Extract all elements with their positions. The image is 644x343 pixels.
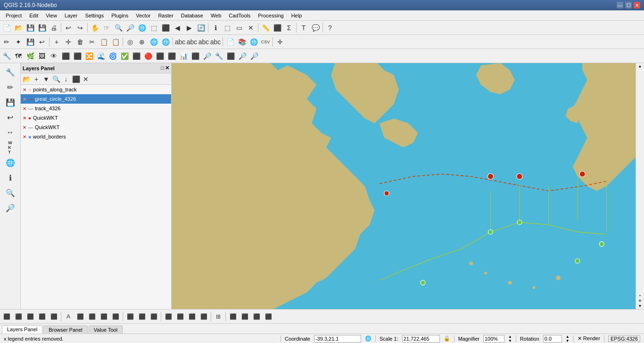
tb-plugin13[interactable]: 🔴 [142, 50, 154, 62]
tb-composer[interactable]: 📄 [224, 36, 236, 48]
dig-btn1[interactable]: ⬛ [1, 311, 12, 322]
tb-zoom-next[interactable]: ▶ [183, 22, 195, 33]
map-canvas[interactable] [172, 63, 636, 309]
left-zoom2[interactable]: 🔎 [3, 201, 17, 215]
tb-deselect[interactable]: ✕ [245, 22, 256, 33]
tb-redo[interactable]: ↪ [74, 22, 86, 33]
menu-processing[interactable]: Processing [254, 12, 287, 19]
tb-atlas[interactable]: 📚 [236, 36, 248, 48]
tb-select-rect[interactable]: ▭ [233, 22, 245, 33]
tb-crosshair[interactable]: ✛ [274, 36, 286, 48]
menu-cadtools[interactable]: CadTools [225, 12, 254, 19]
dig-btn17[interactable]: ⬛ [198, 311, 209, 322]
tb-label4[interactable]: abc [210, 36, 221, 48]
left-undo[interactable]: ↩ [3, 110, 17, 124]
tb-plugin10[interactable]: 🌀 [107, 50, 118, 62]
menu-help[interactable]: Help [288, 12, 306, 19]
tb-add-part[interactable]: ⊕ [136, 36, 148, 48]
layer-item-quickwkt-point[interactable]: ✕ ● QuickWKT [21, 113, 171, 122]
tb-help[interactable]: ? [324, 22, 336, 33]
tb-annotation[interactable]: 💬 [310, 22, 321, 33]
menu-plugins[interactable]: Plugins [107, 12, 132, 19]
tb-measure-area[interactable]: ⬛ [272, 22, 283, 33]
tb-cut[interactable]: ✂ [86, 36, 98, 48]
dig-btn3[interactable]: ⬛ [25, 311, 36, 322]
tb-copy[interactable]: 📋 [98, 36, 109, 48]
tb-add-ring[interactable]: ◎ [124, 36, 136, 48]
statusbar-rotation-up[interactable]: ▲▼ [566, 335, 570, 343]
layer-item-points-along-track[interactable]: ✕ ○ points_along_track [21, 85, 171, 94]
tb-label3[interactable]: abc [198, 36, 209, 48]
dig-btn6[interactable]: A [63, 311, 74, 322]
left-plugin1[interactable]: 🔧 [3, 65, 17, 79]
menu-raster[interactable]: Raster [154, 12, 177, 19]
layers-open-file[interactable]: 📂 [22, 74, 31, 84]
layers-panel-close[interactable]: ✕ [165, 65, 169, 71]
tb-text[interactable]: T [298, 22, 309, 33]
layer-checkbox-2[interactable]: ✕ [23, 106, 26, 111]
statusbar-coord-icon[interactable]: 🌐 [365, 335, 372, 342]
layer-item-track[interactable]: ✕ — track_4326 [21, 104, 171, 113]
dig-btn13[interactable]: ⬛ [148, 311, 159, 322]
menu-settings[interactable]: Settings [81, 12, 107, 19]
tb-globe2[interactable]: 🌐 [160, 36, 171, 48]
tb-label2[interactable]: abc [186, 36, 198, 48]
tb-zoom-out[interactable]: 🔎 [124, 22, 136, 33]
tb-saveas[interactable]: 💾 [36, 22, 48, 33]
tb-delete-sel[interactable]: 🗑 [74, 36, 86, 48]
tb-plugin2[interactable]: 🗺 [13, 50, 24, 62]
tb-plugin12[interactable]: ⬛ [131, 50, 142, 62]
menu-project[interactable]: Project [2, 12, 25, 19]
layers-group[interactable]: ⬛ [71, 74, 81, 84]
right-icon-2[interactable]: + [639, 294, 641, 298]
layers-arrow-down[interactable]: ↓ [61, 74, 71, 84]
tb-plugin8[interactable]: 🔀 [83, 50, 95, 62]
tb-plugin20[interactable]: ⬛ [225, 50, 236, 62]
tb-plugin22[interactable]: 🔎 [248, 50, 260, 62]
tb-node-tool[interactable]: ✦ [13, 36, 24, 48]
tb-plugin5[interactable]: 👁 [48, 50, 59, 62]
tab-value-tool[interactable]: Value Tool [89, 326, 123, 334]
dig-btn4[interactable]: ⬛ [36, 311, 48, 322]
tb-plugin17[interactable]: ⬛ [190, 50, 201, 62]
layers-panel-maximize[interactable]: □ [161, 65, 164, 71]
dig-terminal[interactable]: ⊞ [213, 311, 224, 322]
tb-measure[interactable]: 📏 [260, 22, 271, 33]
minimize-button[interactable]: — [617, 2, 623, 8]
tb-zoom-in[interactable]: 🔍 [113, 22, 124, 33]
tb-plugin18[interactable]: 🔎 [201, 50, 213, 62]
layers-filter2[interactable]: 🔍 [51, 74, 61, 84]
tb-plugin6[interactable]: ⬛ [60, 50, 71, 62]
dig-btn15[interactable]: ⬛ [174, 311, 186, 322]
layer-checkbox-0[interactable]: ✕ [23, 87, 26, 92]
tb-zoom-prev[interactable]: ◀ [172, 22, 183, 33]
dig-btn12[interactable]: ⬛ [136, 311, 148, 322]
left-zoom[interactable]: 🔍 [3, 186, 17, 200]
dig-btn20[interactable]: ⬛ [251, 311, 262, 322]
dig-btn8[interactable]: ⬛ [86, 311, 98, 322]
tb-plugin4[interactable]: 🖼 [36, 50, 48, 62]
tb-plugin15[interactable]: ⬛ [166, 50, 177, 62]
dig-btn14[interactable]: ⬛ [163, 311, 174, 322]
statusbar-scale-input[interactable] [402, 335, 440, 343]
layers-remove[interactable]: ✕ [81, 74, 91, 84]
dig-btn7[interactable]: ⬛ [74, 311, 86, 322]
dig-btn16[interactable]: ⬛ [186, 311, 198, 322]
left-arrow[interactable]: ↔ [3, 125, 17, 139]
tb-zoom-full[interactable]: 🌐 [136, 22, 148, 33]
statusbar-epsg[interactable]: EPSG:4326 [608, 335, 640, 342]
tb-label1[interactable]: abc [174, 36, 186, 48]
tb-plugin3[interactable]: 🌿 [25, 50, 36, 62]
left-globe[interactable]: 🌐 [3, 155, 17, 170]
layer-checkbox-4[interactable]: ✕ [23, 125, 26, 130]
tb-save-edit[interactable]: 💾 [25, 36, 36, 48]
menu-edit[interactable]: Edit [25, 12, 42, 19]
dig-btn21[interactable]: ⬛ [263, 311, 274, 322]
statusbar-coordinate-input[interactable] [314, 335, 361, 343]
tb-open[interactable]: 📂 [13, 22, 24, 33]
tb-rollback[interactable]: ↩ [36, 36, 48, 48]
tb-select[interactable]: ⬚ [222, 22, 233, 33]
statusbar-magnifier-up[interactable]: ▲▼ [508, 335, 512, 343]
tb-plugin11[interactable]: ✅ [119, 50, 130, 62]
menu-vector[interactable]: Vector [132, 12, 154, 19]
